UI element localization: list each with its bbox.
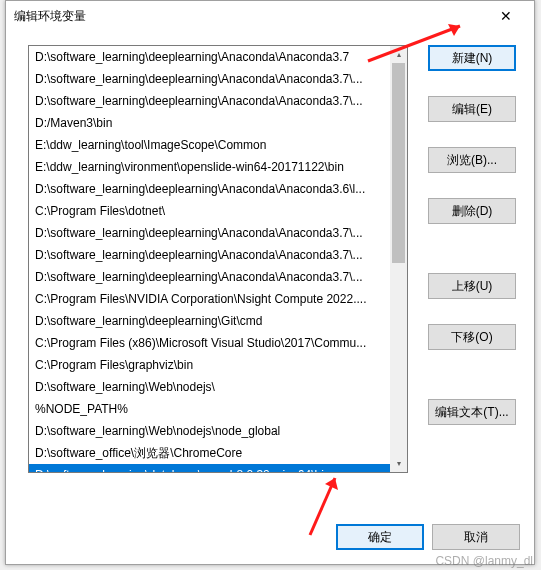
list-item[interactable]: D:\software_learning\deeplearning\Anacon… <box>29 178 390 200</box>
list-item[interactable]: C:\Program Files\NVIDIA Corporation\Nsig… <box>29 288 390 310</box>
list-item[interactable]: E:\ddw_learning\tool\ImageScope\Common <box>29 134 390 156</box>
list-item[interactable]: D:\software_learning\deeplearning\Anacon… <box>29 90 390 112</box>
movedown-button[interactable]: 下移(O) <box>428 324 516 350</box>
ok-button[interactable]: 确定 <box>336 524 424 550</box>
list-item[interactable]: D:\software_learning\database\mysql-8.0.… <box>29 464 390 472</box>
scroll-up-icon[interactable]: ▴ <box>390 46 407 63</box>
list-item[interactable]: D:\software_learning\Web\nodejs\ <box>29 376 390 398</box>
cancel-button[interactable]: 取消 <box>432 524 520 550</box>
watermark: CSDN @lanmy_dl <box>435 554 533 568</box>
side-buttons: 新建(N) 编辑(E) 浏览(B)... 删除(D) 上移(U) 下移(O) 编… <box>428 45 520 434</box>
delete-button[interactable]: 删除(D) <box>428 198 516 224</box>
list-item[interactable]: C:\Program Files\graphviz\bin <box>29 354 390 376</box>
list-item[interactable]: D:\software_office\浏览器\ChromeCore <box>29 442 390 464</box>
list-item[interactable]: D:\software_learning\deeplearning\Anacon… <box>29 68 390 90</box>
titlebar: 编辑环境变量 ✕ <box>6 1 534 31</box>
list-item[interactable]: D:\software_learning\Web\nodejs\node_glo… <box>29 420 390 442</box>
close-icon: ✕ <box>500 8 512 24</box>
moveup-button[interactable]: 上移(U) <box>428 273 516 299</box>
bottom-bar: 确定 取消 <box>336 524 520 550</box>
path-listbox[interactable]: D:\software_learning\deeplearning\Anacon… <box>28 45 408 473</box>
list-item[interactable]: D:\software_learning\deeplearning\Git\cm… <box>29 310 390 332</box>
edittext-button[interactable]: 编辑文本(T)... <box>428 399 516 425</box>
scroll-thumb[interactable] <box>392 63 405 263</box>
env-var-dialog: 编辑环境变量 ✕ D:\software_learning\deeplearni… <box>5 0 535 565</box>
list-item[interactable]: %NODE_PATH% <box>29 398 390 420</box>
list-item[interactable]: D:\software_learning\deeplearning\Anacon… <box>29 222 390 244</box>
close-button[interactable]: ✕ <box>486 2 526 30</box>
list-item[interactable]: D:\software_learning\deeplearning\Anacon… <box>29 266 390 288</box>
dialog-title: 编辑环境变量 <box>14 8 486 25</box>
scroll-down-icon[interactable]: ▾ <box>390 455 407 472</box>
list-item[interactable]: C:\Program Files\dotnet\ <box>29 200 390 222</box>
scrollbar[interactable]: ▴ ▾ <box>390 46 407 472</box>
list-item[interactable]: D:\software_learning\deeplearning\Anacon… <box>29 244 390 266</box>
list-item[interactable]: E:\ddw_learning\vironment\openslide-win6… <box>29 156 390 178</box>
list-item[interactable]: D:/Maven3\bin <box>29 112 390 134</box>
new-button[interactable]: 新建(N) <box>428 45 516 71</box>
edit-button[interactable]: 编辑(E) <box>428 96 516 122</box>
list-item[interactable]: C:\Program Files (x86)\Microsoft Visual … <box>29 332 390 354</box>
list-item[interactable]: D:\software_learning\deeplearning\Anacon… <box>29 46 390 68</box>
browse-button[interactable]: 浏览(B)... <box>428 147 516 173</box>
